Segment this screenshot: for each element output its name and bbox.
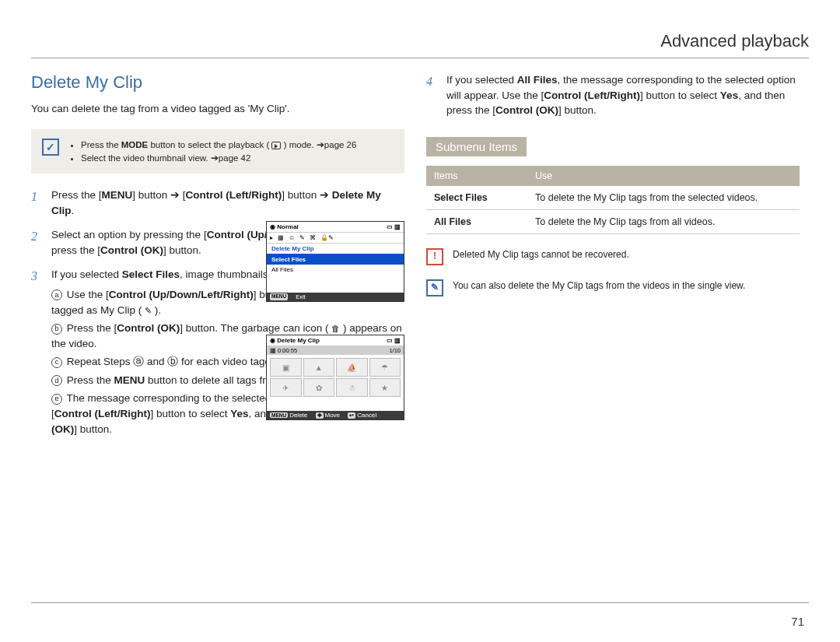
item-name: Select Files (426, 186, 527, 210)
menu-item[interactable]: All Files (267, 265, 404, 275)
circled-b-icon: b (51, 324, 62, 335)
warning-text: Deleted My Clip tags cannot be recovered… (453, 248, 629, 265)
step-number: 2 (31, 227, 44, 258)
screen-a-footer: MENU Exit (267, 293, 404, 301)
step-1: 1 Press the [MENU] button ➔ [Control (Le… (31, 188, 404, 218)
check-icon: ✓ (42, 139, 59, 156)
item-use: To delete the My Clip tags from all vide… (527, 209, 800, 233)
clip-icon: ⌘ (310, 234, 316, 241)
step-number: 1 (31, 188, 44, 218)
thumbnail[interactable]: ☂ (369, 358, 401, 377)
menu-button[interactable]: MENU (270, 293, 288, 300)
step-number: 3 (31, 267, 44, 440)
joystick-icon: ✥ (316, 412, 324, 419)
right-column: 4 If you selected All Files, the message… (426, 72, 800, 449)
myclip-tag-icon: ✎ (145, 306, 152, 315)
tip-note: ✎ You can also delete the My Clip tags f… (426, 279, 800, 296)
play-icon: ▸ (270, 234, 273, 241)
thumbnail[interactable]: ✈ (270, 378, 302, 397)
exit-label: Exit (296, 293, 306, 300)
trash-tag-icon: 🗑 (331, 324, 340, 333)
table-row: All Files To delete the My Clip tags fro… (426, 209, 800, 233)
circled-c-icon: c (51, 357, 62, 368)
lock-tag-icon: 🔒✎ (320, 234, 334, 241)
menu-title: Delete My Clip (267, 244, 404, 254)
intro-text: You can delete the tag from a video tagg… (31, 102, 404, 117)
screen-mock-menu: ◉ Normal ▭ ▥ ▸ ▦ ☺ ✎ ⌘ 🔒✎ Delete My Clip… (266, 221, 404, 302)
thumbnail[interactable]: ▲ (303, 358, 335, 377)
menu-button[interactable]: MENU (270, 412, 288, 418)
screen-mock-thumbs: ◉ Delete My Clip ▭ ▥ ▦ 0:00:55 1/10 ▣ ▲ … (266, 335, 404, 420)
thumbnail[interactable]: ✿ (303, 378, 335, 397)
tag-icon: ✎ (299, 234, 305, 241)
screen-a-menu: Delete My Clip Select Files All Files (267, 244, 404, 275)
screen-a-header: ◉ Normal ▭ ▥ (267, 222, 404, 233)
info-list: Press the MODE button to select the play… (68, 139, 356, 164)
info-item: Press the MODE button to select the play… (81, 139, 356, 152)
header-title: Advanced playback (31, 31, 809, 58)
screen-b-footer: MENUDelete ✥Move ↩Cancel (267, 411, 404, 420)
circled-e-icon: e (51, 394, 62, 405)
submenu-table: Items Use Select Files To delete the My … (426, 166, 800, 234)
section-title: Delete My Clip (31, 72, 404, 93)
thumbnail[interactable]: ☃ (336, 378, 368, 397)
film-icon: ▦ (278, 234, 284, 241)
info-item: Select the video thumbnail view. ➔page 4… (81, 152, 356, 165)
circled-a-icon: a (51, 289, 62, 300)
screen-a-icons: ▸ ▦ ☺ ✎ ⌘ 🔒✎ (267, 233, 404, 244)
thumbnail[interactable]: ⛵ (336, 358, 368, 377)
menu-item-selected[interactable]: Select Files (267, 254, 404, 265)
item-name: All Files (426, 209, 527, 233)
info-box: ✓ Press the MODE button to select the pl… (31, 129, 404, 174)
screen-b-bar: ▦ 0:00:55 1/10 (267, 346, 404, 355)
playback-mode-icon (271, 142, 281, 149)
tip-text: You can also delete the My Clip tags fro… (453, 279, 745, 296)
pencil-icon: ✎ (426, 279, 443, 296)
page-number: 71 (791, 610, 804, 628)
th-use: Use (527, 166, 800, 186)
screen-b-header: ◉ Delete My Clip ▭ ▥ (267, 335, 404, 346)
step-4: 4 If you selected All Files, the message… (426, 72, 800, 118)
content-columns: Delete My Clip You can delete the tag fr… (31, 72, 809, 449)
face-icon: ☺ (289, 234, 295, 241)
step-number: 4 (426, 72, 439, 118)
battery-icon: ▭ ▥ (387, 337, 401, 344)
warning-icon: ! (426, 248, 443, 265)
page-header: Advanced playback (31, 31, 809, 58)
warning-note: ! Deleted My Clip tags cannot be recover… (426, 248, 800, 265)
battery-icon: ▭ ▥ (387, 223, 401, 230)
thumbnail[interactable]: ▣ (270, 358, 302, 377)
page-separator (31, 602, 809, 603)
submenu-heading: Submenu Items (426, 137, 527, 156)
back-icon: ↩ (348, 412, 355, 419)
table-row: Select Files To delete the My Clip tags … (426, 186, 800, 210)
thumbnail-grid: ▣ ▲ ⛵ ☂ ✈ ✿ ☃ ★ (267, 355, 404, 400)
circled-d-icon: d (51, 375, 62, 386)
item-use: To delete the My Clip tags from the sele… (527, 186, 800, 210)
th-items: Items (426, 166, 527, 186)
thumbnail[interactable]: ★ (369, 378, 401, 397)
